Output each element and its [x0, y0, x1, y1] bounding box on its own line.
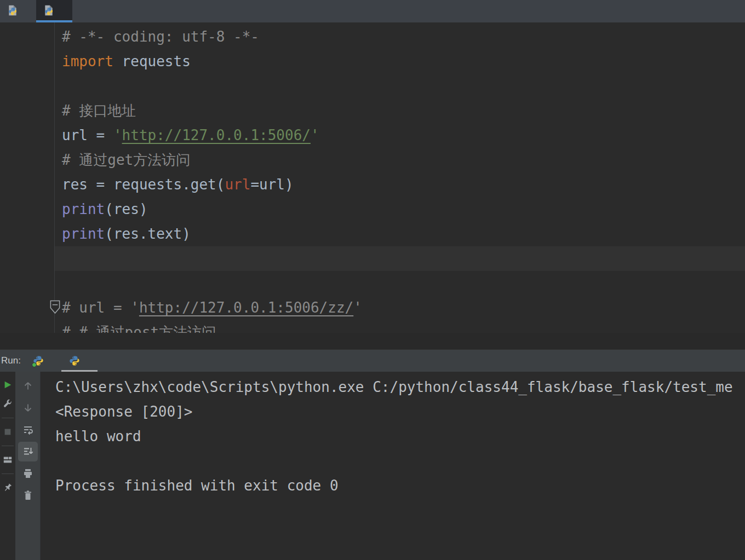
restore-layout-icon[interactable]: [1, 453, 14, 466]
gutter-row[interactable]: [0, 271, 54, 296]
pin-icon[interactable]: [1, 481, 14, 494]
editor-tab-bar: [0, 0, 745, 22]
console-toolbar: [15, 372, 41, 560]
running-indicator-dot: [32, 362, 37, 367]
code-line-9: print(res.text): [55, 222, 745, 246]
code-token: http://127.0.0.1:5006/zz/: [139, 299, 353, 316]
rerun-icon[interactable]: [1, 378, 14, 391]
console-line: Process finished with exit code 0: [55, 474, 745, 498]
settings-icon[interactable]: [1, 397, 14, 411]
print-icon[interactable]: [18, 464, 38, 483]
code-line-6: # 通过get方法访问: [55, 148, 745, 172]
console-line: [55, 449, 745, 474]
down-arrow-icon[interactable]: [18, 398, 38, 418]
code-token: # 通过get方法访问: [62, 152, 190, 168]
gutter-row[interactable]: [0, 222, 54, 246]
editor-tab-simple_flask.py[interactable]: [0, 0, 36, 22]
code-line-1: # -*- coding: utf-8 -*-: [55, 25, 745, 49]
code-editor[interactable]: # -*- coding: utf-8 -*-import requests# …: [0, 22, 745, 349]
code-line-4: # 接口地址: [55, 99, 745, 123]
run-console-output[interactable]: C:\Users\zhx\code\Scripts\python.exe C:/…: [41, 372, 745, 560]
code-token: # url = ': [62, 299, 139, 316]
gutter-row[interactable]: [0, 25, 54, 49]
code-token: import: [62, 53, 122, 70]
python-icon: [69, 355, 80, 366]
toolbar-divider: [2, 474, 14, 474]
up-arrow-icon[interactable]: [18, 376, 38, 396]
code-token: requests: [122, 53, 191, 70]
code-line-5: url = 'http://127.0.0.1:5006/': [55, 123, 745, 148]
clear-all-icon[interactable]: [18, 486, 38, 505]
code-token: ': [311, 127, 319, 143]
code-token: ': [353, 299, 362, 316]
fold-marker-icon[interactable]: [49, 299, 61, 324]
gutter-row[interactable]: [0, 148, 54, 172]
code-line-12: # url = 'http://127.0.0.1:5006/zz/': [55, 296, 745, 320]
code-token: res = requests.get(: [62, 176, 225, 193]
code-token: =url): [250, 176, 293, 193]
gutter-row[interactable]: [0, 74, 54, 99]
editor-gutter[interactable]: [0, 22, 55, 349]
gutter-row[interactable]: [0, 246, 54, 271]
gutter-row[interactable]: [0, 172, 54, 197]
toolbar-divider: [2, 418, 14, 418]
soft-wrap-icon[interactable]: [18, 420, 38, 440]
code-token: print: [62, 226, 105, 242]
python-file-icon: [43, 5, 54, 18]
gutter-row[interactable]: [0, 197, 54, 222]
code-token: ': [113, 127, 122, 143]
console-line: hello word: [55, 424, 745, 449]
python-file-icon: [7, 5, 18, 18]
stop-icon[interactable]: [1, 425, 14, 438]
run-panel-header: Run:: [0, 349, 745, 372]
code-line-11: [55, 271, 745, 296]
run-toolbar: [0, 372, 15, 560]
editor-code-area[interactable]: # -*- coding: utf-8 -*-import requests# …: [55, 22, 745, 349]
toolbar-divider: [2, 446, 14, 446]
gutter-row[interactable]: [0, 99, 54, 123]
run-tab-test_method[interactable]: [61, 350, 98, 372]
run-panel-body: C:\Users\zhx\code\Scripts\python.exe C:/…: [0, 372, 745, 560]
code-line-2: import requests: [55, 49, 745, 74]
run-tab-bar: [25, 350, 98, 372]
code-token: # -*- coding: utf-8 -*-: [62, 28, 259, 45]
run-tab-simple_flask[interactable]: [25, 350, 61, 372]
gutter-row[interactable]: [0, 123, 54, 148]
gutter-row[interactable]: [0, 296, 54, 320]
code-token: (res.text): [105, 226, 191, 242]
scroll-to-end-icon[interactable]: [18, 442, 38, 461]
run-panel-title: Run:: [0, 355, 25, 366]
code-line-7: res = requests.get(url=url): [55, 172, 745, 197]
python-icon: [33, 355, 44, 366]
code-token: print: [62, 201, 105, 217]
gutter-row[interactable]: [0, 49, 54, 74]
console-line: <Response [200]>: [55, 400, 745, 424]
code-token: http://127.0.0.1:5006/: [122, 127, 311, 143]
code-token: (res): [105, 201, 147, 217]
editor-tab-test_method.py[interactable]: [36, 0, 72, 22]
code-token: url: [225, 176, 250, 193]
code-line-3: [55, 74, 745, 99]
code-line-8: print(res): [55, 197, 745, 222]
code-token: # 接口地址: [62, 102, 136, 119]
code-token: url =: [62, 127, 113, 143]
console-line: C:\Users\zhx\code\Scripts\python.exe C:/…: [55, 375, 745, 400]
code-line-10: [55, 246, 745, 271]
editor-bottom-strip: [0, 333, 745, 349]
